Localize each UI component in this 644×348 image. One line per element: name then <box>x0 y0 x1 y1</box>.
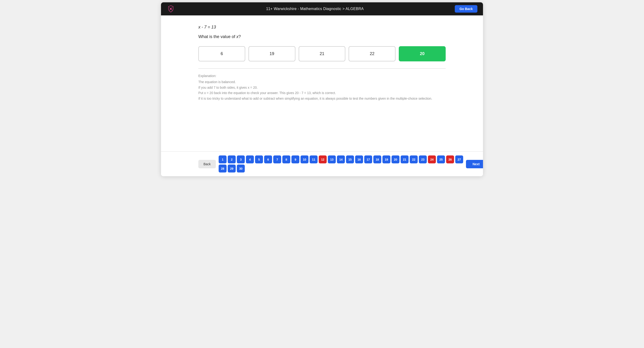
pagination-row-2: 28 29 30 <box>219 164 463 172</box>
header-title: 11+ Warwickshire - Mathematics Diagnosti… <box>266 7 364 11</box>
question-text: What is the value of x? <box>198 34 446 39</box>
page-btn-19[interactable]: 19 <box>382 156 390 164</box>
answer-option-2[interactable]: 19 <box>248 46 296 62</box>
page-btn-20[interactable]: 20 <box>392 156 400 164</box>
explanation-line-2: If you add 7 to both sides, it gives x =… <box>198 86 258 90</box>
answer-options: 6 19 21 22 20 <box>198 46 446 62</box>
logo <box>166 5 175 13</box>
answer-option-4[interactable]: 22 <box>348 46 396 62</box>
explanation-label: Explanation: <box>198 73 446 79</box>
page-btn-15[interactable]: 15 <box>346 156 354 164</box>
explanation-line-4: If it is too tricky to understand what t… <box>198 97 432 100</box>
page-btn-1[interactable]: 1 <box>219 156 226 164</box>
page-btn-18[interactable]: 18 <box>373 156 381 164</box>
answer-option-3[interactable]: 21 <box>299 46 346 62</box>
page-btn-12[interactable]: 12 <box>319 156 327 164</box>
page-btn-16[interactable]: 16 <box>355 156 363 164</box>
page-btn-5[interactable]: 5 <box>255 156 263 164</box>
equation: x - 7 = 13 <box>198 25 446 30</box>
app-header: 11+ Warwickshire - Mathematics Diagnosti… <box>161 2 483 16</box>
footer: Back 1 2 3 4 5 6 7 8 9 10 11 12 13 14 15… <box>161 152 483 176</box>
page-btn-14[interactable]: 14 <box>337 156 345 164</box>
answer-option-1[interactable]: 6 <box>198 46 245 62</box>
page-btn-28[interactable]: 28 <box>219 164 226 172</box>
logo-icon <box>166 5 175 13</box>
page-btn-7[interactable]: 7 <box>273 156 281 164</box>
page-btn-21[interactable]: 21 <box>401 156 408 164</box>
page-btn-9[interactable]: 9 <box>292 156 299 164</box>
pagination: 1 2 3 4 5 6 7 8 9 10 11 12 13 14 15 16 1… <box>219 156 463 172</box>
page-btn-24[interactable]: 24 <box>428 156 436 164</box>
main-content: x - 7 = 13 What is the value of x? 6 19 … <box>161 16 483 152</box>
page-btn-23[interactable]: 23 <box>419 156 427 164</box>
page-btn-22[interactable]: 22 <box>410 156 418 164</box>
page-btn-10[interactable]: 10 <box>300 156 308 164</box>
page-btn-4[interactable]: 4 <box>246 156 254 164</box>
go-back-button[interactable]: Go Back <box>455 5 478 12</box>
page-btn-13[interactable]: 13 <box>328 156 336 164</box>
page-btn-6[interactable]: 6 <box>264 156 272 164</box>
explanation-line-3: Put x = 20 back into the equation to che… <box>198 91 336 95</box>
explanation-line-1: The equation is balanced. <box>198 80 236 84</box>
answer-option-5[interactable]: 20 <box>399 46 446 62</box>
next-button[interactable]: Next <box>466 160 483 168</box>
page-btn-17[interactable]: 17 <box>364 156 372 164</box>
page-btn-30[interactable]: 30 <box>237 164 245 172</box>
svg-point-3 <box>170 8 172 10</box>
page-btn-27[interactable]: 27 <box>455 156 463 164</box>
page-btn-29[interactable]: 29 <box>228 164 236 172</box>
explanation-section: Explanation: The equation is balanced. I… <box>198 73 446 102</box>
page-btn-2[interactable]: 2 <box>228 156 236 164</box>
page-btn-26[interactable]: 26 <box>446 156 454 164</box>
back-button[interactable]: Back <box>198 160 216 168</box>
pagination-row-1: 1 2 3 4 5 6 7 8 9 10 11 12 13 14 15 16 1… <box>219 156 463 164</box>
page-btn-3[interactable]: 3 <box>237 156 245 164</box>
page-btn-8[interactable]: 8 <box>282 156 290 164</box>
page-btn-25[interactable]: 25 <box>437 156 445 164</box>
page-btn-11[interactable]: 11 <box>310 156 318 164</box>
